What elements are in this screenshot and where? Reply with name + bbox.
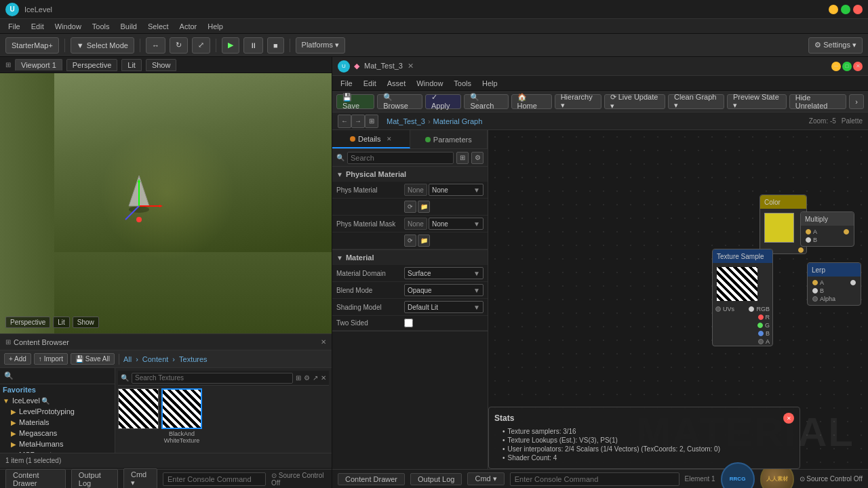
menu-actor[interactable]: Actor — [174, 21, 203, 32]
pause-button[interactable]: ⏸ — [243, 37, 263, 54]
mat-minimize-btn[interactable]: ─ — [831, 62, 841, 71]
bc-textures[interactable]: Textures — [179, 355, 208, 363]
phys-mat-browse-btn[interactable]: 📁 — [418, 201, 430, 213]
blend-dropdown[interactable]: Opaque ▼ — [404, 284, 484, 296]
viewport-show-btn[interactable]: Show — [73, 317, 99, 328]
mat-live-update-button[interactable]: ⟳ Live Update ▾ — [604, 94, 665, 109]
stop-button[interactable]: ■ — [267, 37, 284, 54]
cb-expand-icon[interactable]: ↗ — [313, 374, 318, 382]
mat-home-button[interactable]: 🏠 Home — [511, 94, 552, 109]
two-sided-checkbox[interactable] — [404, 319, 413, 327]
mat-bc-name[interactable]: Mat_Test_3 — [387, 117, 425, 125]
mat-back-btn[interactable]: ← — [338, 115, 351, 128]
cb-metahumans[interactable]: ▶ MetaHumans — [0, 439, 115, 449]
mat-browse-button[interactable]: 🔍 Browse — [377, 94, 422, 109]
mat-bc-graph[interactable]: Material Graph — [433, 117, 483, 125]
cb-mspresets[interactable]: ▶ MSPresets — [0, 449, 115, 453]
stats-close-btn[interactable]: ✕ — [783, 413, 794, 424]
menu-edit[interactable]: Edit — [26, 21, 50, 32]
phys-mask-dropdown[interactable]: None ▼ — [429, 218, 484, 230]
tab-parameters[interactable]: Parameters — [410, 130, 488, 148]
viewport-mode[interactable]: Perspective — [66, 59, 117, 71]
mat-menu-asset[interactable]: Asset — [382, 78, 412, 89]
source-control-mat[interactable]: ⊙ Source Control Off — [800, 475, 863, 483]
platforms-button[interactable]: Platforms ▾ — [296, 37, 346, 54]
viewport-lit-btn[interactable]: Lit — [53, 317, 70, 328]
tab-details[interactable]: Details ✕ — [332, 130, 410, 148]
mat-menu-edit[interactable]: Edit — [358, 78, 382, 89]
minimize-button[interactable] — [829, 5, 838, 14]
det-search-input[interactable] — [347, 152, 454, 164]
mat-menu-help[interactable]: Help — [477, 78, 503, 89]
phys-mat-dropdown[interactable]: None ▼ — [429, 184, 484, 196]
scale-tool[interactable]: ⤢ — [192, 37, 210, 54]
source-control-off[interactable]: ⊙ Source Control Off — [271, 472, 326, 487]
bc-content[interactable]: Content — [142, 355, 169, 363]
asset-thumb-1[interactable] — [118, 388, 159, 444]
cb-close-panel-icon[interactable]: ✕ — [321, 374, 326, 382]
menu-select[interactable]: Select — [142, 21, 174, 32]
cb-materials[interactable]: ▶ Materials — [0, 417, 115, 428]
cb-import-button[interactable]: ↑ Import — [34, 353, 68, 365]
asset-thumb-2[interactable]: BlackAndWhiteTexture — [161, 388, 202, 444]
output-log-tab[interactable]: Output Log — [71, 469, 118, 489]
material-header[interactable]: ▼ Material — [332, 250, 488, 265]
physical-material-header[interactable]: ▼ Physical Material — [332, 167, 488, 182]
mat-menu-tools[interactable]: Tools — [448, 78, 477, 89]
close-button[interactable] — [853, 5, 863, 14]
texture-node[interactable]: Texture Sample UVs RGB R — [712, 249, 773, 346]
cb-search-input[interactable] — [132, 373, 293, 384]
cb-save-all-button[interactable]: 💾 Save All — [71, 353, 115, 365]
mat-close-btn[interactable]: ✕ — [853, 62, 863, 71]
translate-tool[interactable]: ↔ — [146, 37, 165, 54]
det-settings-btn[interactable]: ⚙ — [471, 152, 484, 164]
cb-close-icon[interactable]: ✕ — [321, 338, 326, 346]
viewport-perspective-btn[interactable]: Perspective — [5, 317, 50, 328]
mat-tab-label[interactable]: Mat_Test_3 — [364, 62, 403, 70]
palette-btn[interactable]: Palette — [842, 117, 863, 125]
details-close-icon[interactable]: ✕ — [387, 136, 392, 142]
content-drawer-tab[interactable]: Content Drawer — [5, 469, 66, 489]
shading-dropdown[interactable]: Default Lit ▼ — [404, 301, 484, 313]
mat-forward-btn[interactable]: → — [351, 115, 365, 128]
mat-grid-btn[interactable]: ⊞ — [365, 115, 378, 128]
mat-content-drawer-tab[interactable]: Content Drawer — [338, 473, 405, 485]
mat-save-button[interactable]: 💾 Save — [336, 94, 374, 109]
menu-file[interactable]: File — [3, 21, 26, 32]
menu-window[interactable]: Window — [50, 21, 87, 32]
select-mode-button[interactable]: ▼ Select Mode — [71, 37, 134, 54]
maximize-button[interactable] — [841, 5, 850, 14]
mat-cmd-tab[interactable]: Cmd ▾ — [467, 472, 504, 485]
mat-menu-window[interactable]: Window — [411, 78, 448, 89]
console-input[interactable] — [163, 472, 266, 486]
menu-tools[interactable]: Tools — [87, 21, 115, 32]
rotate-tool[interactable]: ↻ — [170, 37, 188, 54]
lerp-node[interactable]: Lerp A B — [807, 262, 861, 306]
mat-tab-close[interactable]: ✕ — [408, 62, 414, 70]
settings-button[interactable]: ⚙ Settings ▾ — [808, 37, 863, 54]
cb-view-toggle[interactable]: ⊞ — [296, 374, 301, 382]
mat-output-log-tab[interactable]: Output Log — [410, 473, 462, 485]
cb-megascans[interactable]: ▶ Megascans — [0, 428, 115, 439]
phys-mask-browse-btn[interactable]: 📁 — [418, 235, 430, 247]
cb-level-prototyping[interactable]: ▶ LevelPrototyping — [0, 406, 115, 417]
bc-all[interactable]: All — [123, 355, 132, 363]
cb-icelevel[interactable]: ▼ IceLevel 🔍 — [0, 395, 115, 406]
mat-hierarchy-button[interactable]: Hierarchy ▾ — [555, 94, 601, 109]
mat-maximize-btn[interactable]: □ — [842, 62, 852, 71]
cmd-tab[interactable]: Cmd ▾ — [123, 468, 157, 488]
menu-help[interactable]: Help — [202, 21, 229, 32]
cb-filter-icon[interactable]: ⚙ — [304, 374, 310, 382]
mat-menu-file[interactable]: File — [335, 78, 358, 89]
play-button[interactable]: ▶ — [222, 37, 239, 54]
phys-mat-refresh-btn[interactable]: ⟳ — [404, 201, 416, 213]
viewport-lighting[interactable]: Lit — [121, 59, 142, 71]
mat-apply-button[interactable]: ✓ Apply — [425, 94, 461, 109]
det-grid-btn[interactable]: ⊞ — [456, 152, 469, 164]
phys-mask-refresh-btn[interactable]: ⟳ — [404, 235, 416, 247]
viewport-tab[interactable]: Viewport 1 — [15, 59, 62, 70]
mat-search-button[interactable]: 🔍 Search — [464, 94, 508, 109]
cb-add-button[interactable]: + Add — [4, 353, 31, 365]
starter-map-button[interactable]: StarterMap+ — [5, 37, 59, 54]
domain-dropdown[interactable]: Surface ▼ — [404, 267, 484, 279]
